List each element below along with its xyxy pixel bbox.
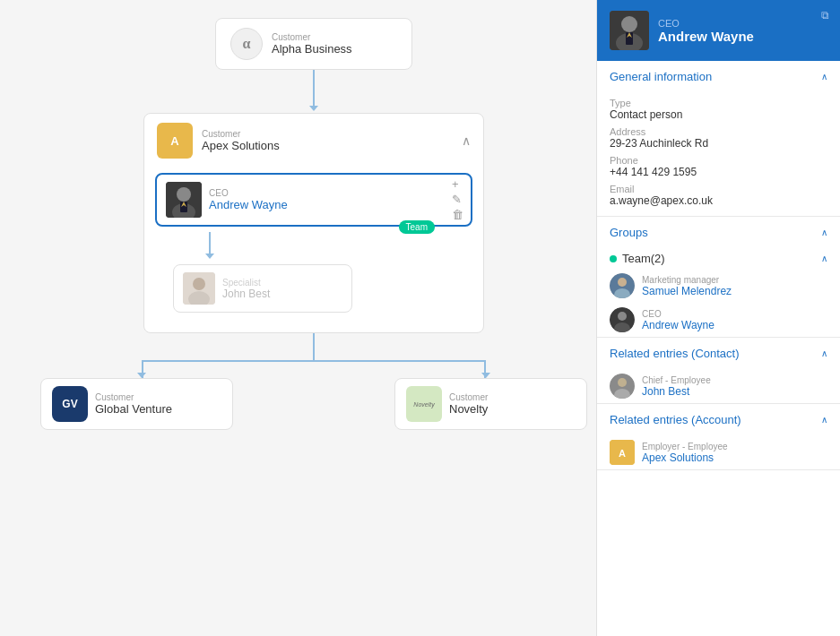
- groups-title: Groups: [610, 226, 648, 239]
- john-name[interactable]: John Best: [642, 385, 711, 398]
- related-contact-chevron: ∧: [821, 348, 827, 358]
- type-label: Type: [610, 98, 827, 108]
- apex-customer-label: Customer: [202, 129, 280, 139]
- andrew-name-group[interactable]: Andrew Wayne: [642, 319, 714, 331]
- external-link-icon[interactable]: ⧉: [821, 9, 829, 21]
- apex-to-branch-line: [313, 333, 315, 360]
- header-avatar: [610, 11, 649, 50]
- header-role: CEO: [658, 18, 827, 29]
- specialist-avatar: [183, 272, 215, 305]
- global-venture-node[interactable]: GV Customer Global Venture: [40, 378, 233, 430]
- novelty-node[interactable]: Novelty Customer Novelty: [394, 378, 587, 430]
- general-info-title: General information: [610, 70, 712, 83]
- right-panel: CEO Andrew Wayne ⧉ General information ∧…: [596, 0, 840, 636]
- team-status-dot: [610, 255, 617, 262]
- address-label: Address: [610, 126, 827, 137]
- apex-collapse-button[interactable]: ∧: [462, 133, 471, 148]
- arrow-to-apex: [309, 106, 318, 111]
- team-member-andrew: CEO Andrew Wayne: [597, 303, 840, 337]
- team-label: Team(2): [622, 252, 816, 265]
- related-contact-john: Chief - Employee John Best: [597, 369, 840, 403]
- andrew-info: CEO Andrew Wayne: [642, 309, 714, 331]
- team-badge: Team: [399, 220, 435, 234]
- ceo-name: Andrew Wayne: [209, 198, 288, 211]
- related-contact-title: Related entries (Contact): [610, 347, 740, 360]
- groups-header[interactable]: Groups ∧: [597, 217, 840, 248]
- john-info: Chief - Employee John Best: [642, 375, 711, 398]
- specialist-contact-card[interactable]: Specialist John Best: [173, 264, 352, 313]
- add-action-button[interactable]: +: [452, 178, 463, 190]
- samuel-name[interactable]: Samuel Melendrez: [642, 285, 732, 297]
- org-chart-panel: α Customer Alpha Business A: [0, 0, 596, 636]
- phone-value: +44 141 429 1595: [610, 166, 827, 178]
- related-account-title: Related entries (Account): [610, 413, 741, 426]
- samuel-avatar: [610, 273, 635, 298]
- apex-icon: A: [157, 123, 193, 159]
- novelty-name: Novelty: [449, 402, 488, 416]
- novelty-customer-label: Customer: [449, 392, 488, 402]
- svg-point-1: [177, 187, 191, 202]
- svg-point-14: [618, 278, 627, 287]
- alpha-business-node[interactable]: α Customer Alpha Business: [215, 18, 412, 70]
- gv-name: Global Venture: [95, 402, 172, 416]
- team-group-item[interactable]: Team(2) ∧: [597, 248, 840, 269]
- related-contact-header[interactable]: Related entries (Contact) ∧: [597, 338, 840, 369]
- ceo-contact-card[interactable]: CEO Andrew Wayne Team + ✎ 🗑: [155, 173, 472, 227]
- gv-info: Customer Global Venture: [95, 392, 172, 416]
- connector-alpha-apex: [313, 70, 315, 106]
- arrow-to-specialist: [205, 254, 214, 259]
- related-account-chevron: ∧: [821, 415, 827, 425]
- ceo-role: CEO: [209, 188, 288, 198]
- right-panel-header: CEO Andrew Wayne ⧉: [597, 0, 840, 61]
- general-info-chevron: ∧: [821, 72, 827, 82]
- address-value: 29-23 Auchinleck Rd: [610, 137, 827, 150]
- svg-point-9: [621, 16, 637, 32]
- alpha-customer-label: Customer: [272, 32, 352, 42]
- ceo-avatar: [166, 182, 202, 218]
- header-name: Andrew Wayne: [658, 29, 827, 44]
- andrew-avatar-group: [610, 307, 635, 332]
- svg-text:A: A: [619, 448, 626, 459]
- specialist-info: Specialist John Best: [222, 278, 270, 300]
- samuel-info: Marketing manager Samuel Melendrez: [642, 275, 732, 297]
- team-member-samuel: Marketing manager Samuel Melendrez: [597, 269, 840, 303]
- specialist-role: Specialist: [222, 278, 270, 288]
- apex-header: A Customer Apex Solutions ∧: [144, 114, 483, 168]
- team-chevron: ∧: [821, 254, 827, 263]
- apex-solutions-node: A Customer Apex Solutions ∧: [143, 113, 484, 333]
- related-account-header[interactable]: Related entries (Account) ∧: [597, 404, 840, 435]
- alpha-info: Customer Alpha Business: [272, 32, 352, 56]
- gv-customer-label: Customer: [95, 392, 172, 402]
- specialist-name: John Best: [222, 288, 270, 300]
- apex-account-avatar: A: [610, 440, 635, 465]
- john-role: Chief - Employee: [642, 375, 711, 385]
- inner-connector-line: [209, 232, 211, 254]
- edit-action-button[interactable]: ✎: [452, 193, 463, 205]
- apex-account-info: Employer - Employee Apex Solutions: [642, 442, 728, 464]
- arrow-to-novelty: [481, 373, 490, 378]
- apex-account-name[interactable]: Apex Solutions: [642, 451, 728, 464]
- delete-action-button[interactable]: 🗑: [452, 209, 463, 220]
- ceo-info: CEO Andrew Wayne: [209, 188, 288, 211]
- alpha-icon: α: [230, 28, 263, 60]
- groups-chevron: ∧: [821, 228, 827, 237]
- arrow-to-gv: [137, 373, 146, 378]
- email-label: Email: [610, 184, 827, 194]
- andrew-role-group: CEO: [642, 309, 714, 319]
- related-account-section: Related entries (Account) ∧ A Employer -…: [597, 404, 840, 470]
- general-info-content: Type Contact person Address 29-23 Auchin…: [597, 98, 840, 216]
- svg-point-6: [193, 278, 205, 290]
- related-contact-section: Related entries (Contact) ∧ Chief - Empl…: [597, 338, 840, 404]
- novelty-info: Customer Novelty: [449, 392, 488, 416]
- novelty-icon: Novelty: [406, 386, 442, 422]
- type-value: Contact person: [610, 108, 827, 121]
- card-actions: + ✎ 🗑: [452, 178, 463, 220]
- email-value: a.wayne@apex.co.uk: [610, 194, 827, 207]
- apex-account-role: Employer - Employee: [642, 442, 728, 451]
- general-info-header[interactable]: General information ∧: [597, 61, 840, 92]
- related-account-apex: A Employer - Employee Apex Solutions: [597, 435, 840, 469]
- phone-label: Phone: [610, 155, 827, 166]
- samuel-role: Marketing manager: [642, 275, 732, 285]
- header-info: CEO Andrew Wayne: [658, 18, 827, 44]
- apex-node-name: Apex Solutions: [202, 139, 280, 152]
